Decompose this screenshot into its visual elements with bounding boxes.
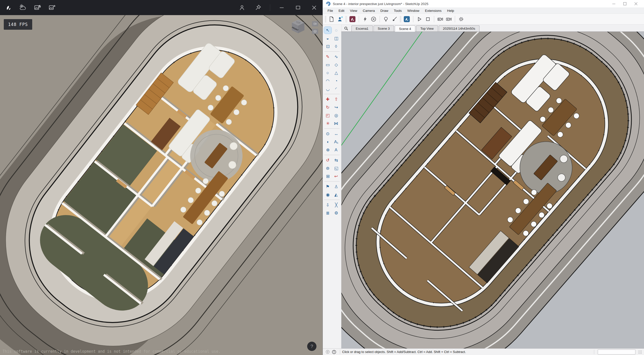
- axes-tool[interactable]: ✳: [324, 120, 332, 127]
- rotated-rectangle-tool[interactable]: ◇: [333, 61, 340, 68]
- tape-measure-tool[interactable]: ⊙: [324, 130, 332, 137]
- zoom-tool[interactable]: ⊚: [324, 165, 332, 172]
- play-icon[interactable]: [415, 15, 424, 23]
- menu-item[interactable]: Edit: [336, 9, 347, 13]
- menu-item[interactable]: View: [347, 9, 360, 13]
- scene-tab-escena1[interactable]: Escena1: [351, 25, 373, 31]
- scene-tab-scene4[interactable]: Scene 4: [395, 25, 415, 32]
- text-tool[interactable]: A₁: [333, 138, 340, 145]
- camera-off-icon[interactable]: [445, 15, 453, 23]
- help-button[interactable]: ?: [307, 342, 316, 351]
- maximize-icon[interactable]: [619, 0, 630, 8]
- menu-item[interactable]: Help: [444, 9, 457, 13]
- record-camera-icon[interactable]: [436, 15, 445, 23]
- new-document-icon[interactable]: [327, 15, 336, 23]
- extension-swap-icon[interactable]: ╳: [333, 201, 340, 208]
- offset-tool[interactable]: ◎: [333, 112, 340, 119]
- resize-grip[interactable]: [638, 350, 642, 354]
- pie-tool[interactable]: ◔: [333, 77, 340, 84]
- menu-item[interactable]: Draw: [378, 9, 391, 13]
- walk-tool[interactable]: ♙: [333, 183, 340, 190]
- minimize-icon[interactable]: [278, 3, 286, 12]
- navigation-cube[interactable]: TOP FRONT: [289, 18, 307, 39]
- menu-item[interactable]: File: [325, 9, 336, 13]
- paint-bucket-tool[interactable]: ◒: [324, 35, 332, 42]
- look-around-tool[interactable]: ◉: [324, 191, 332, 198]
- rotate-tool[interactable]: ↻: [324, 104, 332, 111]
- scene-tab-20250114[interactable]: 20250114 14h43m50s: [439, 25, 479, 31]
- follow-me-tool[interactable]: ↪: [333, 104, 340, 111]
- menu-item[interactable]: Window: [405, 9, 422, 13]
- cube-view-icon[interactable]: [312, 29, 318, 34]
- geolocation-icon[interactable]: [325, 349, 330, 355]
- scene-tab-top-view[interactable]: Top View: [416, 25, 438, 31]
- move-tool[interactable]: ✚: [324, 96, 332, 103]
- tag-tool[interactable]: ◊: [333, 43, 340, 50]
- credits-info-icon[interactable]: [331, 349, 337, 355]
- livesync-brand-maroon-button[interactable]: [348, 15, 357, 24]
- dimension-tool[interactable]: ↔: [333, 130, 340, 137]
- menu-item[interactable]: Extensions: [422, 9, 444, 13]
- modeling-viewport[interactable]: [341, 32, 644, 348]
- user-icon[interactable]: [238, 3, 246, 12]
- tool-row: ◡ ◜: [324, 85, 340, 94]
- maximize-icon[interactable]: [294, 3, 302, 12]
- search-icon[interactable]: [343, 25, 349, 31]
- arc-tool[interactable]: ◜: [333, 85, 340, 92]
- push-pull-tool[interactable]: ⇧: [333, 96, 340, 103]
- close-icon[interactable]: [310, 3, 318, 12]
- close-icon[interactable]: [630, 0, 641, 8]
- three-point-arc-tool[interactable]: ◡: [324, 85, 332, 92]
- flash-icon[interactable]: [361, 15, 369, 23]
- menu-item[interactable]: Tools: [391, 9, 405, 13]
- line-tool[interactable]: ✎: [324, 53, 332, 60]
- toolbar-grip[interactable]: [400, 16, 401, 22]
- menu-item[interactable]: Camera: [360, 9, 378, 13]
- render-viewport[interactable]: 148 FPS TOP FRONT This software is: [0, 15, 323, 355]
- lasso-select-tool[interactable]: ◌: [333, 27, 340, 34]
- photo-effects-icon[interactable]: [33, 3, 42, 12]
- freehand-tool[interactable]: ∿: [333, 53, 340, 60]
- compass-axes-tool[interactable]: ⊕: [324, 146, 332, 153]
- extension-download-icon[interactable]: ⇩: [324, 201, 332, 208]
- photo-export-icon[interactable]: [48, 3, 56, 12]
- extension-layers-icon[interactable]: ≣: [324, 209, 332, 217]
- position-camera-tool[interactable]: ⚑: [324, 183, 332, 190]
- pin-icon[interactable]: [254, 3, 262, 12]
- circle-tool[interactable]: ○: [324, 69, 332, 76]
- 3d-text-tool[interactable]: A: [333, 146, 340, 153]
- zoom-window-tool[interactable]: ◱: [333, 165, 340, 172]
- protractor-tool[interactable]: ◖: [324, 138, 332, 145]
- two-point-arc-tool[interactable]: ◠: [324, 77, 332, 84]
- orbit-tool[interactable]: ↺: [324, 157, 332, 164]
- weather-icon[interactable]: [19, 3, 27, 12]
- scale-tool[interactable]: ◰: [324, 112, 332, 119]
- tool-row: ⊡ ◊: [324, 42, 340, 52]
- pan-tool[interactable]: ⇆: [333, 157, 340, 164]
- previous-view-tool[interactable]: ↩: [333, 173, 340, 180]
- polygon-tool[interactable]: △: [333, 69, 340, 76]
- extension-swap-settings-icon[interactable]: ⚙: [333, 209, 340, 217]
- no-sync-icon[interactable]: [369, 15, 378, 23]
- eraser-tool[interactable]: ◫: [333, 35, 340, 42]
- toolbar-grip[interactable]: [345, 16, 347, 22]
- settings-gear-icon[interactable]: [457, 15, 465, 23]
- minimize-icon[interactable]: [608, 0, 619, 8]
- select-tool[interactable]: ↖: [324, 27, 332, 34]
- components-tool[interactable]: ⊡: [324, 43, 332, 50]
- livesync-brand-blue-button[interactable]: [402, 15, 411, 24]
- share-model-icon[interactable]: [336, 15, 344, 23]
- measurements-input[interactable]: [598, 349, 635, 354]
- paintbrush-icon[interactable]: [390, 15, 399, 23]
- lightbulb-icon[interactable]: [382, 15, 390, 23]
- zoom-extents-tool[interactable]: ⊞: [324, 173, 332, 180]
- stop-icon[interactable]: [424, 15, 432, 23]
- render-app-topbar: [0, 0, 323, 15]
- tool-row: ✳ ⋈: [324, 119, 340, 129]
- flip-tool[interactable]: ⋈: [333, 120, 340, 127]
- camera-off-icon[interactable]: [312, 21, 318, 26]
- toolbar-grip[interactable]: [325, 16, 326, 22]
- scene-tab-scene3[interactable]: Scene 3: [374, 25, 394, 31]
- rectangle-tool[interactable]: ▭: [324, 61, 332, 68]
- section-view-tool[interactable]: ◭: [333, 191, 340, 198]
